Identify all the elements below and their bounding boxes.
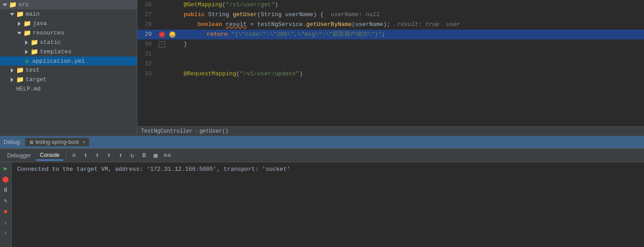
folder-icon-java: 📁	[23, 20, 31, 27]
folder-icon-templates: 📁	[31, 48, 38, 56]
folder-icon-target: 📁	[16, 76, 24, 83]
action-edit[interactable]: ✎	[1, 196, 10, 205]
toolbar-btn-grid[interactable]: ▦	[151, 151, 161, 160]
code-line-26: 26 @GetMapping("/v1/user/get")	[137, 0, 644, 10]
gutter-32	[156, 59, 168, 69]
gutter-27	[156, 10, 168, 20]
tree-label-static: static	[40, 39, 61, 46]
tree-label-resources: resources	[33, 30, 64, 36]
gutter-arrow-29: 💡	[168, 30, 177, 39]
line-num-33: 33	[137, 69, 156, 79]
expand-icon-java	[16, 20, 23, 27]
expand-icon-templates	[23, 48, 31, 56]
toolbar-separator-1	[66, 152, 66, 160]
tree-item-java[interactable]: 📁 java	[0, 19, 137, 28]
tree-label-src: src	[18, 1, 29, 8]
action-play[interactable]: ▶	[1, 164, 10, 173]
line-code-33: @RequestMapping("/v1/user/update")	[168, 69, 644, 79]
debug-tab-icon: 🖥	[29, 139, 34, 145]
console-output: Connected to the target VM, address: '17…	[12, 162, 644, 247]
expand-icon-main	[9, 11, 16, 18]
console-line-1: Connected to the target VM, address: '17…	[17, 166, 639, 173]
expand-icon-static	[23, 39, 31, 46]
tree-item-resources[interactable]: 📁 resources	[0, 28, 137, 38]
action-stop[interactable]: ■	[1, 207, 10, 216]
expand-icon-src	[2, 1, 9, 9]
folder-icon-static: 📁	[31, 39, 38, 46]
line-code-29: return "{\"code\":\"200\",\"msg\":\"获取用户…	[177, 30, 644, 39]
tree-label-help-md: HELP.md	[16, 86, 41, 92]
line-num-31: 31	[137, 49, 156, 59]
toolbar-btn-pause[interactable]: ⏸	[139, 151, 149, 160]
line-num-28: 28	[137, 20, 156, 30]
tree-item-static[interactable]: 📁 static	[0, 38, 137, 47]
tree-item-help-md[interactable]: HELP.md	[0, 84, 137, 93]
expand-icon-target	[9, 76, 16, 83]
tree-item-main[interactable]: 📁 main	[0, 9, 137, 19]
breadcrumb-separator: ›	[194, 128, 197, 134]
line-code-32	[168, 59, 644, 69]
debug-tab-close[interactable]: ×	[82, 139, 85, 145]
gutter-33	[156, 69, 168, 79]
code-line-32: 32	[137, 59, 644, 69]
folder-icon-test: 📁	[16, 66, 24, 74]
bookmark-icon-29: ✓	[159, 31, 165, 38]
tree-label-templates: templates	[40, 48, 71, 55]
tree-item-test[interactable]: 📁 test	[0, 65, 137, 75]
tree-item-src[interactable]: 📁 src	[0, 0, 137, 9]
toolbar-btn-refresh[interactable]: ↻	[127, 151, 137, 160]
tree-label-application-yml: application.yml	[32, 58, 85, 65]
action-pause-lines[interactable]: ⏸	[1, 186, 10, 195]
line-code-27: public String getUser(String userName) {…	[168, 10, 644, 20]
line-num-30: 30	[137, 39, 156, 49]
file-tree: 📁 src 📁 main 📁 java 📁 resources 📁 static	[0, 0, 137, 136]
gutter-30: −	[156, 39, 168, 49]
breadcrumb-class[interactable]: TestNgController	[141, 128, 193, 134]
toolbar-btn-up[interactable]: ⬆	[81, 151, 91, 160]
code-line-30: 30 − }	[137, 39, 644, 49]
code-line-27: 27 public String getUser(String userName…	[137, 10, 644, 20]
line-num-27: 27	[137, 10, 156, 20]
tree-label-test: test	[26, 67, 39, 74]
action-debug-dots[interactable]: ⬤	[1, 175, 10, 184]
code-line-31: 31	[137, 49, 644, 59]
toolbar-btn-down1[interactable]: ⬇	[92, 151, 102, 160]
arrow-icon-29: 💡	[169, 31, 175, 38]
gutter-29: ✓	[156, 30, 168, 39]
gutter-26	[156, 0, 168, 10]
toolbar-btn-down2[interactable]: ⬇	[104, 151, 114, 160]
tree-item-templates[interactable]: 📁 templates	[0, 47, 137, 56]
tree-label-main: main	[26, 11, 39, 17]
expand-icon-test	[9, 67, 16, 74]
fold-icon-30[interactable]: −	[159, 41, 165, 48]
toolbar-btn-lines[interactable]: ≡	[69, 151, 79, 160]
tree-label-target: target	[26, 76, 47, 83]
tab-debugger[interactable]: Debugger	[4, 151, 35, 160]
folder-icon-resources: 📁	[23, 29, 31, 37]
gutter-28	[156, 20, 168, 30]
toolbar-btn-lines2[interactable]: ≡≡	[162, 151, 172, 160]
action-arrow-up[interactable]: ↑	[1, 229, 10, 238]
tree-item-target[interactable]: 📁 target	[0, 75, 137, 84]
toolbar-btn-up2[interactable]: ⬆	[116, 151, 126, 160]
tree-item-application-yml[interactable]: ⚙ application.yml	[0, 56, 137, 65]
console-text: Connected to the target VM, address: '17…	[17, 166, 290, 173]
debug-bar: Debug: 🖥 testng-spring-boot ×	[0, 136, 644, 148]
line-code-31	[168, 49, 644, 59]
line-code-30: }	[168, 39, 644, 49]
file-icon-yml: ⚙	[23, 57, 31, 65]
main-area: 📁 src 📁 main 📁 java 📁 resources 📁 static	[0, 0, 644, 136]
debug-tab-name: testng-spring-boot	[35, 139, 79, 145]
tree-label-java: java	[33, 20, 47, 27]
action-arrow-down[interactable]: ↓	[1, 218, 10, 227]
code-line-28: 28 boolean result = testNgService.getUse…	[137, 20, 644, 30]
line-num-26: 26	[137, 0, 156, 10]
left-action-bar: ▶ ⬤ ⏸ ✎ ■ ↓ ↑	[0, 162, 12, 247]
editor-area: 26 @GetMapping("/v1/user/get") 27 public…	[137, 0, 644, 136]
bottom-panel: Debugger Console ≡ ⬆ ⬇ ⬇ ⬆ ↻ ⏸ ▦ ≡≡ ▶ ⬤ …	[0, 148, 644, 247]
code-content[interactable]: 26 @GetMapping("/v1/user/get") 27 public…	[137, 0, 644, 126]
tab-console[interactable]: Console	[36, 151, 63, 160]
line-num-29: 29	[137, 30, 156, 39]
breadcrumb-method[interactable]: getUser()	[199, 128, 228, 134]
debug-tab[interactable]: 🖥 testng-spring-boot ×	[25, 138, 89, 147]
